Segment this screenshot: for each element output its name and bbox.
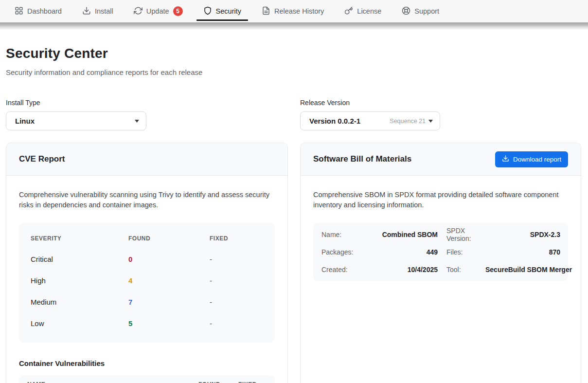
top-navigation: Dashboard Install Update 5 Security Rele… xyxy=(0,0,588,22)
found-column-header: FOUND xyxy=(128,235,210,242)
security-shield-icon xyxy=(203,6,212,17)
sbom-card: Software Bill of Materials Download repo… xyxy=(300,143,581,383)
container-table-header: NAME FOUND FIXED xyxy=(19,375,275,383)
cve-report-title: CVE Report xyxy=(19,154,65,164)
install-type-filter: Install Type Linux xyxy=(6,99,288,130)
detail-label: Tool: xyxy=(438,266,485,274)
update-count-badge: 5 xyxy=(173,6,183,16)
detail-value: 449 xyxy=(364,248,438,256)
dashboard-icon xyxy=(15,6,23,17)
install-type-value: Linux xyxy=(15,117,35,125)
nav-item-label: Security xyxy=(216,7,241,15)
cve-report-card-body: Comprehensive vulnerability scanning usi… xyxy=(6,176,287,383)
cve-report-description: Comprehensive vulnerability scanning usi… xyxy=(19,190,275,210)
detail-value: Combined SBOM xyxy=(364,231,438,238)
table-row: High 4 - xyxy=(31,270,263,291)
nav-item-support[interactable]: Support xyxy=(395,0,446,22)
detail-label: Name: xyxy=(321,231,364,238)
nav-item-label: Support xyxy=(414,7,439,15)
install-type-label: Install Type xyxy=(6,99,288,107)
fixed-column-header: FIXED xyxy=(210,235,263,242)
detail-label: Files: xyxy=(438,248,485,256)
cards-row: CVE Report Comprehensive vulnerability s… xyxy=(6,143,581,383)
severity-found-count: 7 xyxy=(128,298,210,306)
detail-label: Created: xyxy=(321,266,364,274)
severity-fixed-count: - xyxy=(210,255,263,263)
severity-found-count: 5 xyxy=(128,319,210,328)
container-vulnerabilities-heading: Container Vulnerabilities xyxy=(19,359,275,367)
release-version-label: Release Version xyxy=(300,99,581,107)
nav-item-label: License xyxy=(357,7,381,15)
detail-label: SPDX Version: xyxy=(438,227,485,242)
sbom-card-body: Comprehensive SBOM in SPDX format provid… xyxy=(301,176,581,294)
release-sequence-label: Sequence 21 xyxy=(390,118,426,125)
name-column-header: NAME xyxy=(27,381,198,383)
severity-name: Low xyxy=(31,319,128,328)
nav-item-label: Install xyxy=(95,7,113,15)
release-history-icon xyxy=(262,6,270,17)
nav-item-install[interactable]: Install xyxy=(75,0,120,22)
nav-item-label: Update xyxy=(146,7,169,15)
table-row: Critical 0 - xyxy=(31,248,263,270)
nav-item-release-history[interactable]: Release History xyxy=(255,0,331,22)
fixed-column-header: FIXED xyxy=(238,381,267,383)
sbom-title: Software Bill of Materials xyxy=(313,154,411,164)
found-column-header: FOUND xyxy=(198,381,238,383)
table-row: Low 5 - xyxy=(31,312,263,334)
detail-value: SecureBuild SBOM Merger xyxy=(485,266,572,274)
nav-item-label: Release History xyxy=(274,7,324,15)
severity-fixed-count: - xyxy=(210,276,263,285)
severity-fixed-count: - xyxy=(210,319,263,328)
chevron-down-icon xyxy=(428,120,433,123)
nav-item-security[interactable]: Security xyxy=(196,0,248,22)
severity-name: High xyxy=(31,276,128,285)
nav-item-update[interactable]: Update 5 xyxy=(127,0,190,22)
severity-fixed-count: - xyxy=(210,298,263,306)
table-row: Name: Combined SBOM SPDX Version: SPDX-2… xyxy=(321,226,560,243)
install-icon xyxy=(82,6,91,17)
sbom-description: Comprehensive SBOM in SPDX format provid… xyxy=(313,190,568,210)
nav-item-license[interactable]: License xyxy=(338,0,388,22)
severity-table: SEVERITY FOUND FIXED Critical 0 - High 4… xyxy=(19,223,275,343)
table-row: Created: 10/4/2025 Tool: SecureBuild SBO… xyxy=(321,261,560,278)
severity-name: Medium xyxy=(31,298,128,306)
main-content: Security Center Security information and… xyxy=(0,30,588,383)
cve-report-card-header: CVE Report xyxy=(6,143,287,176)
chevron-down-icon xyxy=(135,120,139,123)
support-lifebuoy-icon xyxy=(402,6,410,17)
sbom-details-table: Name: Combined SBOM SPDX Version: SPDX-2… xyxy=(313,223,568,281)
detail-value: 10/4/2025 xyxy=(364,266,438,274)
severity-column-header: SEVERITY xyxy=(31,235,128,242)
scroll-shadow-bar xyxy=(0,22,588,30)
release-version-value: Version 0.0.2-1 xyxy=(309,117,360,125)
page-title: Security Center xyxy=(6,46,581,61)
severity-found-count: 4 xyxy=(128,276,210,285)
nav-item-label: Dashboard xyxy=(27,7,62,15)
nav-item-dashboard[interactable]: Dashboard xyxy=(8,0,69,22)
severity-found-count: 0 xyxy=(128,255,210,263)
page-subtitle: Security information and compliance repo… xyxy=(6,68,581,76)
table-row: Packages: 449 Files: 870 xyxy=(321,243,560,261)
license-key-icon xyxy=(344,6,353,17)
update-icon xyxy=(134,6,143,17)
sbom-card-header: Software Bill of Materials Download repo… xyxy=(301,143,581,176)
detail-value: SPDX-2.3 xyxy=(485,231,560,238)
release-version-filter: Release Version Version 0.0.2-1 Sequence… xyxy=(300,99,581,130)
release-version-select[interactable]: Version 0.0.2-1 Sequence 21 xyxy=(300,111,440,130)
severity-table-header: SEVERITY FOUND FIXED xyxy=(31,229,263,248)
filters-row: Install Type Linux Release Version Versi… xyxy=(6,99,581,130)
detail-value: 870 xyxy=(485,248,560,256)
detail-label: Packages: xyxy=(321,248,364,256)
severity-name: Critical xyxy=(31,255,128,263)
download-report-button[interactable]: Download report xyxy=(495,151,568,167)
table-row: Medium 7 - xyxy=(31,291,263,312)
download-report-label: Download report xyxy=(513,156,561,163)
cve-report-card: CVE Report Comprehensive vulnerability s… xyxy=(6,143,288,383)
download-icon xyxy=(502,155,509,164)
install-type-select[interactable]: Linux xyxy=(6,111,146,130)
